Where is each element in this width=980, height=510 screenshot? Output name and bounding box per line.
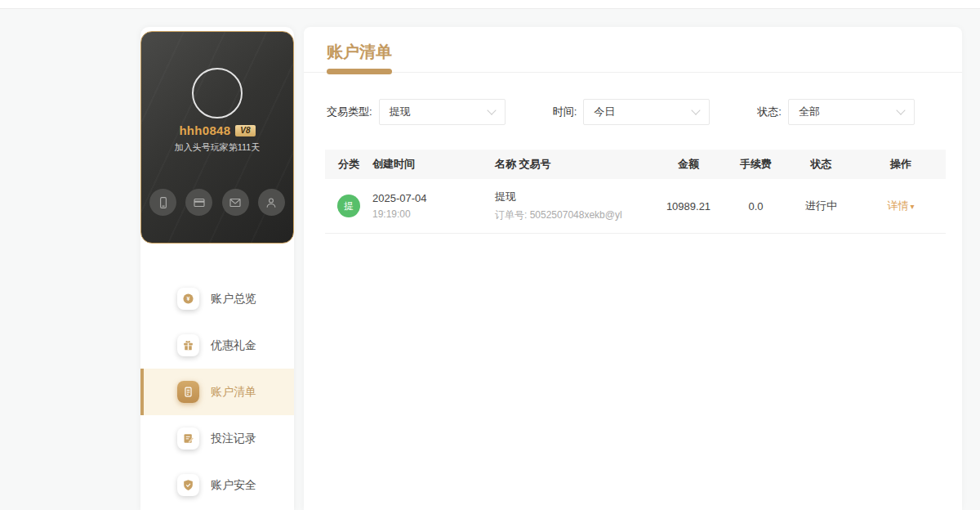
sidebar: hhh0848 V8 加入头号玩家第111天 ¥ 账户总览 <box>140 27 294 510</box>
statement-icon <box>177 381 199 403</box>
chevron-down-icon <box>692 105 701 114</box>
table-row: 提 2025-07-04 19:19:00 提现 订单号: 5052507048… <box>325 179 946 234</box>
created-time-cell: 2025-07-04 19:19:00 <box>372 192 495 220</box>
sidebar-item-label: 账户安全 <box>211 478 256 493</box>
withdraw-badge: 提 <box>337 195 360 217</box>
sidebar-item-account-security[interactable]: 账户安全 <box>140 462 294 508</box>
shield-icon <box>177 474 199 496</box>
user-card: hhh0848 V8 加入头号玩家第111天 <box>140 31 294 244</box>
fee-cell: 0.0 <box>725 200 786 212</box>
bet-record-icon <box>177 427 199 450</box>
transactions-table: 分类 创建时间 名称 交易号 金额 手续费 状态 操作 提 2025-07-04… <box>325 150 946 234</box>
sidebar-item-account-statement[interactable]: 账户清单 <box>140 369 294 415</box>
status-cell: 进行中 <box>786 199 856 213</box>
col-name-txid: 名称 交易号 <box>495 157 652 172</box>
filter-transaction-type: 交易类型: 提现 <box>327 99 506 125</box>
transaction-type-select[interactable]: 提现 <box>379 99 506 125</box>
col-status: 状态 <box>786 157 856 172</box>
coin-icon: ¥ <box>177 288 199 310</box>
col-fee: 手续费 <box>725 157 786 172</box>
select-value: 今日 <box>594 105 615 119</box>
phone-icon[interactable] <box>149 189 176 216</box>
username: hhh0848 <box>179 123 230 137</box>
title-underline <box>327 69 392 74</box>
name-txid-cell: 提现 订单号: 5052507048xekb@yl <box>495 190 652 222</box>
select-value: 提现 <box>390 105 411 119</box>
join-days-text: 加入头号玩家第111天 <box>141 141 293 154</box>
sidebar-item-promotions[interactable]: 优惠礼金 <box>140 322 294 369</box>
filter-label: 状态: <box>757 105 782 119</box>
sidebar-menu: ¥ 账户总览 优惠礼金 账户清单 投注记录 账户安全 <box>140 275 294 508</box>
details-link[interactable]: 详情▾ <box>887 199 914 212</box>
vip-level-badge: V8 <box>235 125 255 136</box>
col-created-time: 创建时间 <box>372 157 495 172</box>
sidebar-item-bet-records[interactable]: 投注记录 <box>140 415 294 462</box>
caret-down-icon: ▾ <box>910 202 914 211</box>
amount-cell: 10989.21 <box>652 200 725 212</box>
sidebar-item-label: 账户清单 <box>211 385 256 400</box>
col-action: 操作 <box>856 157 946 172</box>
avatar[interactable] <box>192 68 243 119</box>
filter-label: 时间: <box>553 105 577 119</box>
transaction-name: 提现 <box>495 190 652 204</box>
order-number: 订单号: 5052507048xekb@yl <box>495 208 652 222</box>
table-header: 分类 创建时间 名称 交易号 金额 手续费 状态 操作 <box>325 150 946 179</box>
col-category: 分类 <box>325 157 372 172</box>
filter-status: 状态: 全部 <box>757 99 915 125</box>
filter-bar: 交易类型: 提现 时间: 今日 状态: 全部 <box>327 99 962 125</box>
chevron-down-icon <box>896 105 905 114</box>
sidebar-item-label: 投注记录 <box>211 432 256 446</box>
created-date: 2025-07-04 <box>372 192 495 204</box>
details-label: 详情 <box>887 199 908 212</box>
action-cell: 详情▾ <box>856 199 946 213</box>
chevron-down-icon <box>487 105 496 114</box>
quick-actions <box>141 189 293 216</box>
profile-icon[interactable] <box>258 189 285 216</box>
status-select[interactable]: 全部 <box>788 99 915 125</box>
bank-card-icon[interactable] <box>185 189 212 216</box>
filter-label: 交易类型: <box>327 105 372 119</box>
mail-icon[interactable] <box>222 189 249 216</box>
sidebar-item-label: 账户总览 <box>211 292 256 306</box>
top-divider <box>0 0 980 9</box>
select-value: 全部 <box>799 105 820 119</box>
created-time: 19:19:00 <box>372 208 495 220</box>
sidebar-item-label: 优惠礼金 <box>211 338 256 353</box>
sidebar-item-account-overview[interactable]: ¥ 账户总览 <box>140 275 294 322</box>
col-amount: 金额 <box>652 157 725 172</box>
svg-text:¥: ¥ <box>187 296 190 302</box>
category-cell: 提 <box>325 195 372 217</box>
main-panel: 账户清单 交易类型: 提现 时间: 今日 状态: 全部 分 <box>304 27 962 510</box>
time-select[interactable]: 今日 <box>583 99 710 125</box>
page-title: 账户清单 <box>327 41 962 63</box>
gift-icon <box>177 334 199 356</box>
filter-time: 时间: 今日 <box>553 99 710 125</box>
title-section: 账户清单 <box>304 27 962 73</box>
